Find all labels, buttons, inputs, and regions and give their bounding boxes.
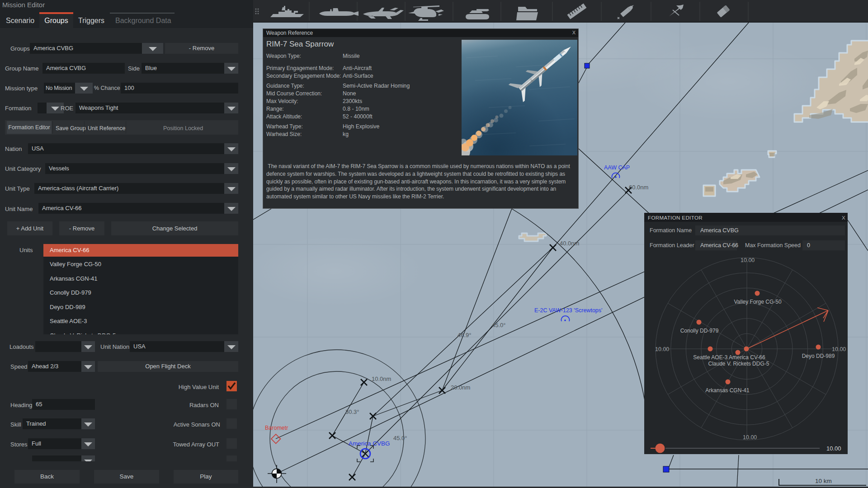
- svg-text:10.00: 10.00: [743, 434, 757, 441]
- svg-text:20.0nm: 20.0nm: [451, 384, 470, 391]
- svg-text:10 km: 10 km: [815, 478, 832, 484]
- svg-text:40.0nm: 40.0nm: [560, 240, 579, 247]
- svg-text:10.0nm: 10.0nm: [372, 375, 391, 382]
- svg-text:America CV-66: America CV-66: [700, 242, 738, 249]
- svg-text:Formation Name: Formation Name: [650, 227, 692, 234]
- svg-text:Deyo DD-989: Deyo DD-989: [802, 353, 835, 359]
- svg-text:0: 0: [807, 242, 810, 249]
- svg-text:Barometr: Barometr: [265, 425, 288, 431]
- svg-text:Seattle AOE-3 America CV-66: Seattle AOE-3 America CV-66: [693, 354, 765, 361]
- svg-text:45.0°: 45.0°: [393, 435, 407, 441]
- svg-text:Claude V. Rickets DDG-5: Claude V. Rickets DDG-5: [708, 361, 769, 367]
- svg-text:Valley Forge CG-50: Valley Forge CG-50: [734, 299, 781, 305]
- svg-text:AAW CAP: AAW CAP: [604, 164, 630, 171]
- svg-text:30.3°: 30.3°: [345, 408, 359, 415]
- svg-text:E-2C VAW-123 'Screwtops': E-2C VAW-123 'Screwtops': [534, 307, 602, 314]
- svg-text:X: X: [842, 215, 845, 221]
- svg-text:10.00: 10.00: [741, 257, 755, 263]
- svg-text:10.00: 10.00: [655, 346, 669, 352]
- svg-text:Conolly DD-979: Conolly DD-979: [680, 328, 719, 334]
- svg-text:FORMATION EDITOR: FORMATION EDITOR: [648, 215, 703, 221]
- svg-text:Arkansas CGN-41: Arkansas CGN-41: [705, 387, 750, 394]
- svg-text:America CVBG: America CVBG: [700, 227, 739, 234]
- svg-text:60.0nm: 60.0nm: [629, 184, 648, 191]
- svg-text:Formation Leader: Formation Leader: [650, 242, 694, 249]
- svg-text:10.00: 10.00: [832, 346, 846, 352]
- svg-text:Max Formation Speed: Max Formation Speed: [745, 242, 801, 249]
- svg-text:45.0°: 45.0°: [492, 322, 506, 328]
- svg-text:46.9°: 46.9°: [458, 332, 472, 338]
- svg-text:America CVBG: America CVBG: [349, 440, 390, 447]
- svg-text:10.00: 10.00: [826, 445, 841, 452]
